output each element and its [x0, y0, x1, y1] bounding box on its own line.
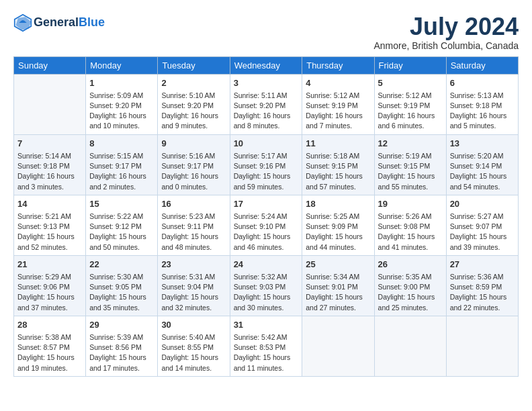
day-number: 21 — [17, 259, 82, 271]
weekday-header-tuesday: Tuesday — [158, 56, 230, 74]
calendar-cell: 8Sunrise: 5:15 AM Sunset: 9:17 PM Daylig… — [86, 134, 158, 195]
day-info: Sunrise: 5:12 AM Sunset: 9:19 PM Dayligh… — [306, 91, 370, 132]
day-number: 23 — [161, 259, 226, 271]
calendar-cell: 9Sunrise: 5:16 AM Sunset: 9:17 PM Daylig… — [158, 134, 230, 195]
week-row-5: 28Sunrise: 5:38 AM Sunset: 8:57 PM Dayli… — [14, 316, 519, 376]
weekday-header-wednesday: Wednesday — [230, 56, 302, 74]
day-info: Sunrise: 5:23 AM Sunset: 9:11 PM Dayligh… — [161, 212, 226, 253]
day-info: Sunrise: 5:27 AM Sunset: 9:07 PM Dayligh… — [450, 212, 515, 253]
calendar-cell: 26Sunrise: 5:35 AM Sunset: 9:00 PM Dayli… — [374, 255, 446, 316]
day-number: 2 — [161, 77, 226, 89]
calendar-cell: 27Sunrise: 5:36 AM Sunset: 8:59 PM Dayli… — [446, 255, 518, 316]
calendar-cell: 16Sunrise: 5:23 AM Sunset: 9:11 PM Dayli… — [158, 195, 230, 255]
day-number: 17 — [234, 198, 299, 210]
week-row-2: 7Sunrise: 5:14 AM Sunset: 9:18 PM Daylig… — [14, 134, 519, 195]
calendar-cell: 12Sunrise: 5:19 AM Sunset: 9:15 PM Dayli… — [374, 134, 446, 195]
week-row-3: 14Sunrise: 5:21 AM Sunset: 9:13 PM Dayli… — [14, 195, 519, 255]
calendar-cell: 20Sunrise: 5:27 AM Sunset: 9:07 PM Dayli… — [446, 195, 518, 255]
day-info: Sunrise: 5:10 AM Sunset: 9:20 PM Dayligh… — [161, 91, 226, 132]
calendar-cell: 14Sunrise: 5:21 AM Sunset: 9:13 PM Dayli… — [14, 195, 86, 255]
calendar-cell: 30Sunrise: 5:40 AM Sunset: 8:55 PM Dayli… — [158, 316, 230, 376]
day-number: 27 — [450, 259, 515, 271]
day-number: 5 — [378, 77, 443, 89]
logo-name: GeneralBlue — [34, 16, 105, 30]
day-number: 19 — [378, 198, 443, 210]
day-number: 1 — [89, 77, 154, 89]
calendar-cell: 18Sunrise: 5:25 AM Sunset: 9:09 PM Dayli… — [302, 195, 374, 255]
calendar-cell: 29Sunrise: 5:39 AM Sunset: 8:56 PM Dayli… — [86, 316, 158, 376]
day-info: Sunrise: 5:11 AM Sunset: 9:20 PM Dayligh… — [234, 91, 299, 132]
calendar-cell: 10Sunrise: 5:17 AM Sunset: 9:16 PM Dayli… — [230, 134, 302, 195]
day-info: Sunrise: 5:12 AM Sunset: 9:19 PM Dayligh… — [378, 91, 443, 132]
calendar-cell: 5Sunrise: 5:12 AM Sunset: 9:19 PM Daylig… — [374, 74, 446, 134]
calendar-cell: 2Sunrise: 5:10 AM Sunset: 9:20 PM Daylig… — [158, 74, 230, 134]
weekday-header-sunday: Sunday — [14, 56, 86, 74]
calendar-cell — [14, 74, 86, 134]
day-info: Sunrise: 5:13 AM Sunset: 9:18 PM Dayligh… — [450, 91, 515, 132]
day-info: Sunrise: 5:19 AM Sunset: 9:15 PM Dayligh… — [378, 151, 443, 192]
day-info: Sunrise: 5:16 AM Sunset: 9:17 PM Dayligh… — [161, 151, 226, 192]
day-number: 13 — [450, 138, 515, 150]
weekday-header-monday: Monday — [86, 56, 158, 74]
day-number: 14 — [17, 198, 82, 210]
day-number: 9 — [161, 138, 226, 150]
day-number: 15 — [89, 198, 154, 210]
calendar-cell: 23Sunrise: 5:31 AM Sunset: 9:04 PM Dayli… — [158, 255, 230, 316]
calendar-cell: 13Sunrise: 5:20 AM Sunset: 9:14 PM Dayli… — [446, 134, 518, 195]
day-info: Sunrise: 5:30 AM Sunset: 9:05 PM Dayligh… — [89, 272, 154, 313]
day-info: Sunrise: 5:31 AM Sunset: 9:04 PM Dayligh… — [161, 272, 226, 313]
calendar-cell: 21Sunrise: 5:29 AM Sunset: 9:06 PM Dayli… — [14, 255, 86, 316]
day-number: 22 — [89, 259, 154, 271]
day-number: 28 — [17, 319, 82, 331]
logo-icon — [13, 13, 32, 32]
calendar-cell: 15Sunrise: 5:22 AM Sunset: 9:12 PM Dayli… — [86, 195, 158, 255]
calendar-cell: 7Sunrise: 5:14 AM Sunset: 9:18 PM Daylig… — [14, 134, 86, 195]
calendar-cell: 22Sunrise: 5:30 AM Sunset: 9:05 PM Dayli… — [86, 255, 158, 316]
day-number: 18 — [306, 198, 370, 210]
day-number: 20 — [450, 198, 515, 210]
day-info: Sunrise: 5:34 AM Sunset: 9:01 PM Dayligh… — [306, 272, 370, 313]
calendar-cell: 6Sunrise: 5:13 AM Sunset: 9:18 PM Daylig… — [446, 74, 518, 134]
day-number: 11 — [306, 138, 370, 150]
calendar-cell: 28Sunrise: 5:38 AM Sunset: 8:57 PM Dayli… — [14, 316, 86, 376]
day-info: Sunrise: 5:36 AM Sunset: 8:59 PM Dayligh… — [450, 272, 515, 313]
day-number: 3 — [234, 77, 299, 89]
day-info: Sunrise: 5:40 AM Sunset: 8:55 PM Dayligh… — [161, 332, 226, 373]
day-info: Sunrise: 5:20 AM Sunset: 9:14 PM Dayligh… — [450, 151, 515, 192]
calendar-cell: 17Sunrise: 5:24 AM Sunset: 9:10 PM Dayli… — [230, 195, 302, 255]
day-info: Sunrise: 5:09 AM Sunset: 9:20 PM Dayligh… — [89, 91, 154, 132]
logo: GeneralBlue — [13, 13, 105, 32]
calendar-cell: 11Sunrise: 5:18 AM Sunset: 9:15 PM Dayli… — [302, 134, 374, 195]
month-title: July 2024 — [373, 13, 519, 40]
day-number: 31 — [234, 319, 299, 331]
day-info: Sunrise: 5:22 AM Sunset: 9:12 PM Dayligh… — [89, 212, 154, 253]
calendar-cell: 24Sunrise: 5:32 AM Sunset: 9:03 PM Dayli… — [230, 255, 302, 316]
weekday-header-friday: Friday — [374, 56, 446, 74]
day-number: 12 — [378, 138, 443, 150]
calendar-cell — [374, 316, 446, 376]
calendar-cell: 4Sunrise: 5:12 AM Sunset: 9:19 PM Daylig… — [302, 74, 374, 134]
title-area: July 2024 Anmore, British Columbia, Cana… — [373, 13, 519, 51]
calendar-cell: 19Sunrise: 5:26 AM Sunset: 9:08 PM Dayli… — [374, 195, 446, 255]
weekday-header-thursday: Thursday — [302, 56, 374, 74]
calendar-cell: 31Sunrise: 5:42 AM Sunset: 8:53 PM Dayli… — [230, 316, 302, 376]
location: Anmore, British Columbia, Canada — [373, 40, 519, 51]
day-number: 16 — [161, 198, 226, 210]
day-info: Sunrise: 5:42 AM Sunset: 8:53 PM Dayligh… — [234, 332, 299, 373]
weekday-header-saturday: Saturday — [446, 56, 518, 74]
calendar-table: SundayMondayTuesdayWednesdayThursdayFrid… — [13, 56, 519, 377]
day-info: Sunrise: 5:17 AM Sunset: 9:16 PM Dayligh… — [234, 151, 299, 192]
day-number: 25 — [306, 259, 370, 271]
day-info: Sunrise: 5:26 AM Sunset: 9:08 PM Dayligh… — [378, 212, 443, 253]
day-number: 10 — [234, 138, 299, 150]
day-number: 30 — [161, 319, 226, 331]
day-info: Sunrise: 5:29 AM Sunset: 9:06 PM Dayligh… — [17, 272, 82, 313]
day-number: 4 — [306, 77, 370, 89]
day-info: Sunrise: 5:35 AM Sunset: 9:00 PM Dayligh… — [378, 272, 443, 313]
week-row-1: 1Sunrise: 5:09 AM Sunset: 9:20 PM Daylig… — [14, 74, 519, 134]
day-info: Sunrise: 5:14 AM Sunset: 9:18 PM Dayligh… — [17, 151, 82, 192]
day-info: Sunrise: 5:38 AM Sunset: 8:57 PM Dayligh… — [17, 332, 82, 373]
calendar-cell: 1Sunrise: 5:09 AM Sunset: 9:20 PM Daylig… — [86, 74, 158, 134]
day-info: Sunrise: 5:18 AM Sunset: 9:15 PM Dayligh… — [306, 151, 370, 192]
day-number: 24 — [234, 259, 299, 271]
